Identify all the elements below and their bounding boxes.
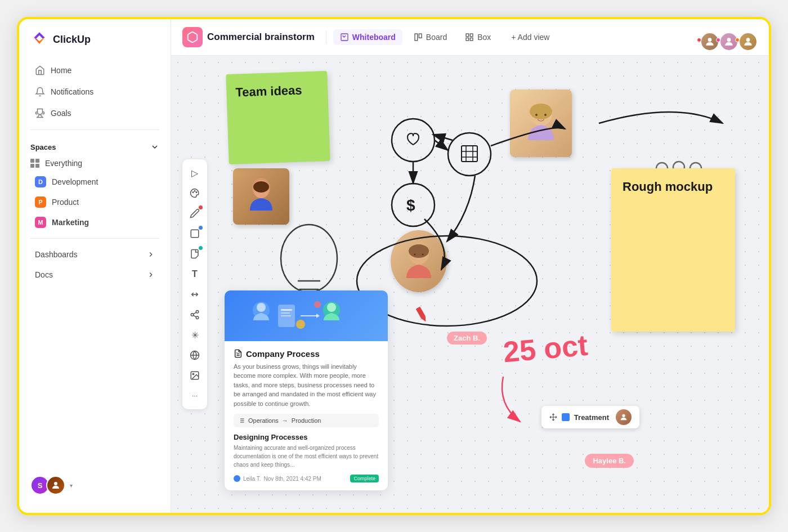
tool-rectangle[interactable]: [186, 225, 204, 243]
whiteboard-icon: [340, 33, 349, 42]
doc-title: Company Process: [234, 349, 379, 359]
sidebar-item-dashboards[interactable]: Dashboards: [24, 245, 166, 264]
svg-point-68: [314, 301, 321, 308]
tool-sparkle[interactable]: ✳: [186, 326, 204, 344]
sidebar-item-development[interactable]: D Development: [24, 172, 166, 191]
sidebar-item-docs[interactable]: Docs: [24, 265, 166, 284]
logo-area[interactable]: ClickUp: [19, 30, 171, 60]
sticky-dot: [199, 246, 203, 250]
svg-line-19: [193, 315, 196, 317]
doc-section-text: Maintaining accurate and well-organized …: [234, 444, 379, 469]
svg-point-27: [253, 181, 269, 193]
sidebar-item-home[interactable]: Home: [24, 60, 166, 81]
tool-globe[interactable]: [186, 346, 204, 364]
add-view-button[interactable]: + Add view: [504, 29, 556, 45]
svg-point-77: [622, 414, 625, 417]
doc-card-header: [225, 290, 388, 341]
tool-network[interactable]: [186, 306, 204, 324]
sidebar-item-marketing[interactable]: M Marketing: [24, 213, 166, 232]
tool-sticky[interactable]: [186, 245, 204, 263]
svg-rect-14: [191, 230, 199, 238]
everything-label: Everything: [45, 159, 82, 168]
sidebar: ClickUp Home Notifications Goals Spaces …: [19, 19, 171, 513]
svg-point-24: [192, 373, 194, 374]
tool-more[interactable]: ···: [186, 387, 204, 405]
svg-point-43: [392, 119, 435, 162]
svg-point-35: [422, 254, 423, 256]
doc-card[interactable]: Company Process As your business grows, …: [225, 290, 388, 491]
sticky-green-text: Team ideas: [235, 83, 302, 99]
list-icon: [238, 417, 245, 424]
tool-pencil[interactable]: [186, 204, 204, 222]
view-tab-box[interactable]: Box: [458, 29, 498, 45]
development-badge: D: [35, 176, 46, 187]
tool-cursor[interactable]: ▷: [186, 164, 204, 182]
svg-marker-55: [422, 316, 428, 323]
svg-rect-54: [416, 307, 426, 319]
svg-point-30: [535, 114, 538, 116]
svg-point-34: [414, 254, 415, 256]
doc-footer: Leila T. Nov 8th, 2021 4:42 PM Complete: [234, 475, 379, 482]
person-photo-2: [510, 90, 572, 157]
board-label: Board: [426, 33, 447, 42]
grid-icon: [30, 159, 39, 168]
docs-label: Docs: [35, 270, 53, 279]
app-name: ClickUp: [53, 34, 91, 46]
sidebar-item-goals[interactable]: Goals: [24, 103, 166, 123]
svg-rect-45: [462, 146, 477, 162]
main-content: Commercial brainstorm Whiteboard Board B…: [171, 19, 769, 513]
pencil-dot: [199, 205, 203, 209]
svg-point-40: [281, 225, 337, 292]
person-photo-1: [233, 168, 289, 225]
svg-point-12: [194, 191, 195, 192]
topbar: Commercial brainstorm Whiteboard Board B…: [171, 19, 769, 56]
marketing-badge: M: [35, 217, 46, 228]
user-area[interactable]: S ▾: [19, 469, 171, 502]
doc-author-dot: [234, 475, 240, 482]
svg-rect-62: [281, 315, 291, 316]
sidebar-item-everything[interactable]: Everything: [19, 155, 171, 172]
person-3-svg: [401, 239, 437, 284]
tool-connector[interactable]: [186, 285, 204, 303]
whiteboard-label: Whiteboard: [352, 33, 396, 42]
svg-rect-2: [415, 34, 418, 41]
spaces-header: Spaces: [19, 136, 171, 155]
svg-point-18: [196, 316, 199, 319]
treatment-text: Treatment: [574, 413, 609, 422]
sticky-note-yellow[interactable]: Rough mockup: [611, 168, 735, 332]
sidebar-item-product[interactable]: P Product: [24, 193, 166, 212]
chevron-right-icon: [147, 251, 155, 258]
doc-icon: [234, 349, 243, 358]
sidebar-item-notifications[interactable]: Notifications: [24, 82, 166, 102]
tool-text[interactable]: T: [186, 265, 204, 283]
canvas-area[interactable]: ▷ T: [171, 56, 769, 513]
svg-line-20: [193, 312, 196, 314]
svg-point-0: [54, 482, 57, 485]
product-badge: P: [35, 196, 46, 208]
svg-point-50: [392, 184, 435, 226]
haylee-label: Haylee B.: [585, 454, 634, 468]
collab-3-container: [738, 32, 758, 42]
tool-palette[interactable]: [186, 184, 204, 202]
project-icon: [182, 27, 203, 47]
divider-1: [30, 129, 159, 130]
chevron-down-icon[interactable]: [150, 142, 159, 151]
presence-dot-2: [716, 38, 720, 42]
svg-rect-60: [281, 309, 292, 311]
sticky-note-green[interactable]: Team ideas: [226, 71, 330, 164]
development-label: Development: [52, 177, 98, 186]
svg-rect-5: [471, 34, 473, 37]
view-tab-whiteboard[interactable]: Whiteboard: [333, 29, 402, 45]
rect-dot: [199, 226, 203, 230]
doc-complete-badge: Complete: [350, 475, 379, 482]
svg-point-67: [296, 320, 305, 329]
tool-image[interactable]: [186, 366, 204, 385]
svg-rect-7: [471, 38, 473, 41]
user-chevron-icon: ▾: [70, 482, 73, 489]
view-tab-board[interactable]: Board: [407, 29, 454, 45]
date-scrawl: 25 oct: [502, 328, 589, 369]
svg-marker-64: [316, 314, 320, 318]
collaborator-avatars: [700, 32, 758, 42]
svg-text:$: $: [406, 196, 415, 214]
bell-icon: [35, 87, 45, 97]
